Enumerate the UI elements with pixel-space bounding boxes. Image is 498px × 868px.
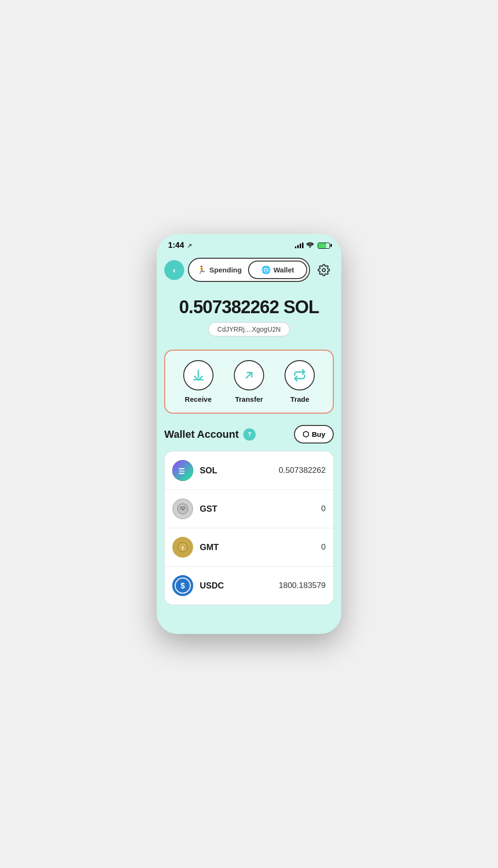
transfer-icon [242, 369, 256, 382]
receive-label: Receive [185, 395, 212, 403]
spending-tab-label: Spending [209, 266, 241, 274]
balance-amount: 0.507382262 SOL [166, 297, 332, 317]
svg-point-1 [182, 508, 184, 510]
spending-icon: 🏃 [197, 265, 206, 274]
svg-text:$: $ [181, 545, 184, 550]
tab-wallet[interactable]: 🌐 Wallet [248, 261, 307, 279]
header: ‹ 🏃 Spending 🌐 Wallet [157, 254, 341, 288]
wallet-account-title: Wallet Account [164, 428, 239, 441]
status-icons [295, 242, 330, 249]
wallet-globe-icon: 🌐 [261, 265, 271, 274]
tab-switcher: 🏃 Spending 🌐 Wallet [188, 258, 310, 282]
sol-token-icon [172, 460, 193, 481]
trade-action[interactable]: Trade [285, 360, 315, 403]
settings-button[interactable] [314, 260, 334, 280]
usdc-token-balance: 1800.183579 [279, 581, 326, 590]
trade-label: Trade [290, 395, 309, 403]
usdc-token-icon: $ [172, 575, 193, 596]
gmt-token-balance: 0 [321, 542, 326, 552]
token-row-gmt[interactable]: $ GMT 0 [165, 528, 333, 567]
gmt-token-name: GMT [200, 542, 321, 552]
transfer-action[interactable]: Transfer [234, 360, 264, 403]
back-arrow-icon: ‹ [173, 266, 176, 274]
gear-icon [318, 264, 330, 276]
balance-section: 0.507382262 SOL CdJYRRj....XgogU2N [157, 288, 341, 344]
buy-button[interactable]: ⬡ Buy [294, 425, 334, 443]
battery-icon [318, 243, 330, 249]
wallet-account-section: Wallet Account ? ⬡ Buy [157, 414, 341, 605]
help-button[interactable]: ? [243, 428, 256, 441]
trade-icon [293, 369, 306, 382]
usdc-token-name: USDC [200, 581, 279, 591]
gst-token-balance: 0 [321, 504, 326, 514]
actions-box: Receive Transfer Trade [164, 350, 334, 414]
sol-token-name: SOL [200, 466, 279, 476]
gst-token-icon [172, 498, 193, 519]
tab-spending[interactable]: 🏃 Spending [191, 261, 248, 279]
token-row-gst[interactable]: GST 0 [165, 490, 333, 528]
gst-token-name: GST [200, 504, 321, 514]
sol-token-balance: 0.507382262 [279, 466, 326, 475]
phone-frame: 1:44 ↗ ‹ [157, 234, 341, 634]
transfer-circle [234, 360, 264, 390]
trade-circle [285, 360, 315, 390]
wallet-account-left: Wallet Account ? [164, 428, 256, 441]
location-arrow-icon: ↗ [187, 242, 192, 249]
status-time: 1:44 [168, 241, 184, 250]
token-list: SOL 0.507382262 GST 0 [164, 451, 334, 605]
wifi-icon [306, 242, 314, 249]
token-row-usdc[interactable]: $ USDC 1800.183579 [165, 567, 333, 605]
question-icon: ? [248, 431, 251, 438]
buy-label: Buy [312, 430, 325, 438]
receive-icon [192, 369, 205, 382]
signal-icon [295, 243, 303, 248]
back-button[interactable]: ‹ [164, 260, 184, 280]
transfer-label: Transfer [235, 395, 263, 403]
receive-action[interactable]: Receive [183, 360, 213, 403]
gmt-token-icon: $ [172, 537, 193, 558]
wallet-tab-label: Wallet [274, 266, 294, 274]
svg-text:$: $ [181, 582, 185, 590]
wallet-address[interactable]: CdJYRRj....XgogU2N [208, 322, 290, 336]
receive-circle [183, 360, 213, 390]
buy-icon: ⬡ [302, 430, 309, 439]
wallet-account-header: Wallet Account ? ⬡ Buy [164, 425, 334, 443]
status-bar: 1:44 ↗ [157, 234, 341, 254]
token-row-sol[interactable]: SOL 0.507382262 [165, 452, 333, 490]
status-time-area: 1:44 ↗ [168, 241, 192, 250]
